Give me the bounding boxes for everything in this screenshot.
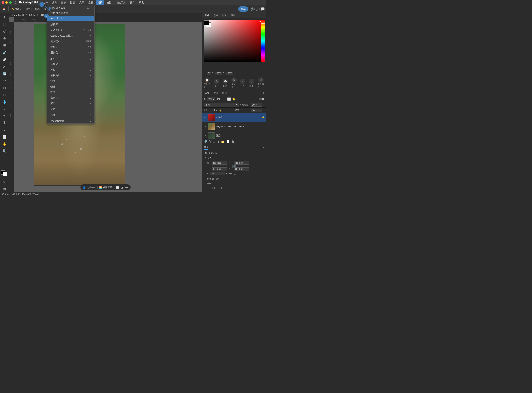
fill-input[interactable] — [251, 108, 263, 112]
dodge-tool[interactable]: ○ — [1, 105, 8, 112]
color-gradient[interactable] — [204, 20, 262, 62]
hand-tool[interactable]: ✋ — [1, 141, 8, 147]
move-tool[interactable]: ✛ — [1, 14, 8, 20]
add-mask-icon[interactable]: ⬭ — [213, 140, 215, 143]
align-center-v-icon[interactable]: ⊡ — [221, 186, 224, 190]
select-subject-button[interactable]: 👤 选择主体 — [83, 186, 96, 189]
menu-select[interactable]: 选择 — [87, 0, 95, 5]
new-layer-icon[interactable]: 📄 — [226, 140, 230, 143]
menu-image[interactable]: 图像 — [59, 0, 68, 5]
canvas-content[interactable]: 300 200 100 0 100 200 300 400 50 — [9, 17, 202, 192]
lens-correction-item[interactable]: 镜头校正... ⇧⌘R — [47, 39, 94, 44]
type-filter-button[interactable]: 类型 ▾ — [207, 97, 215, 101]
history-brush-tool[interactable]: ↩ — [1, 77, 8, 84]
menu-window[interactable]: 窗口 — [128, 0, 137, 5]
video-item[interactable]: 视频 › — [47, 89, 94, 95]
align-bottom-icon[interactable]: ⊞ — [225, 186, 227, 190]
patterns-tab[interactable]: 图案 — [229, 13, 238, 18]
pixel-filter-icon[interactable]: 🖼 — [217, 97, 220, 101]
transform-section-header[interactable]: ▾ 变换 — [204, 156, 264, 160]
properties-tab[interactable]: 属性 — [204, 146, 208, 150]
foreground-bg-colors[interactable] — [1, 170, 8, 177]
tool-presets-panel-icon[interactable]: ⚙ 工具预设 — [258, 77, 264, 89]
render-item[interactable]: 渲染 › — [47, 101, 94, 106]
angle-dropdown[interactable]: ▾ — [226, 172, 227, 175]
close-button[interactable] — [2, 1, 4, 4]
zoom-tool[interactable]: 🔍 — [1, 148, 8, 154]
selection-tool[interactable]: ⬚ — [1, 21, 8, 27]
hue-value[interactable]: 0° — [207, 72, 211, 75]
panel-menu-icon[interactable]: ≡ — [264, 14, 265, 17]
distort-item[interactable]: 扭曲 › — [47, 78, 94, 84]
neural-filters-dots-item[interactable]: Neural Filters... — [47, 16, 94, 21]
pen-tool[interactable]: ✒ — [1, 113, 8, 119]
canvas-tab[interactable]: CleanShot 2024-06-24 at 14.58.23@2x.png … — [9, 13, 202, 17]
saturation-value[interactable]: 100% — [215, 72, 222, 75]
convert-smart-filter-item[interactable]: 转换为智能滤镜 — [47, 10, 94, 16]
mask-icon[interactable]: ◑ — [121, 186, 123, 189]
opacity-input[interactable] — [251, 103, 263, 107]
layer-visibility-icon[interactable]: 👁 — [204, 116, 207, 119]
brush-tool[interactable]: 🖌 — [1, 63, 8, 70]
blur-tool[interactable]: 💧 — [1, 98, 8, 105]
history-panel-icon[interactable]: 📋 历史记录 — [204, 77, 211, 89]
x-input[interactable] — [234, 161, 249, 165]
layer-row[interactable]: 👁 Magnific AI CleanShot June 24 — [202, 122, 266, 131]
clone-source-panel-icon[interactable]: 🖨 仿制源 — [231, 77, 237, 89]
selection-button[interactable]: 选区... — [33, 7, 42, 11]
angle-input[interactable] — [210, 172, 225, 175]
adjustment-icon[interactable]: ◑ — [217, 140, 219, 143]
path-select-tool[interactable]: ▸ — [1, 127, 8, 133]
eyedropper-tool[interactable]: 💉 — [1, 49, 8, 56]
3d-item[interactable]: 3D › — [47, 56, 94, 61]
other-item[interactable]: 其它 › — [47, 112, 94, 118]
align-center-h-icon[interactable]: ⊞ — [210, 186, 213, 190]
channels-tab[interactable]: 通道 — [212, 91, 219, 95]
menu-help[interactable]: 帮助 — [137, 0, 146, 5]
search-button[interactable]: 🔍 — [251, 7, 255, 11]
minimize-button[interactable] — [5, 1, 8, 4]
plugins-panel-icon[interactable]: 🔌 插件 — [214, 79, 219, 87]
link-layers-icon[interactable]: 🔗 — [204, 140, 207, 143]
vanishing-point-item[interactable]: 消失点... ⌥⌘V — [47, 50, 94, 55]
align-left-icon[interactable]: ⊡ — [207, 186, 210, 190]
opacity-dropdown-icon[interactable]: ▾ — [263, 104, 264, 106]
maximize-button[interactable] — [9, 1, 12, 4]
w-input[interactable] — [212, 161, 227, 165]
h-input[interactable] — [212, 167, 227, 171]
menu-layer[interactable]: 图层 — [68, 0, 77, 5]
lock-pixels-icon[interactable]: ⬚ — [211, 109, 213, 112]
props-menu-icon[interactable]: ≡ — [263, 146, 264, 150]
filter-gallery-item[interactable]: 滤镜库... — [47, 22, 94, 27]
stylize-item[interactable]: 风格化 › — [47, 61, 94, 67]
remove-bg-button[interactable]: 🌅 移除背景 — [99, 186, 112, 189]
smart-filter-icon[interactable]: ⭐ — [232, 97, 235, 101]
clone-tool[interactable]: 🔃 — [1, 70, 8, 77]
noise-item[interactable]: 杂色 › — [47, 106, 94, 112]
menu-edit[interactable]: 编辑 — [50, 0, 59, 5]
screen-mode-tool[interactable]: ⊞ — [1, 185, 8, 192]
gradients-tab[interactable]: 渐变 — [220, 13, 229, 18]
layers-tab[interactable]: 图层 — [204, 91, 211, 95]
group-icon[interactable]: 📁 — [221, 140, 225, 143]
paragraph-panel-icon[interactable]: ¶ 段落 — [249, 79, 254, 87]
shape-filter-icon[interactable]: ⬜ — [227, 97, 231, 101]
eraser-tool[interactable]: ◻ — [1, 84, 8, 91]
layers-menu-icon[interactable]: ≡ — [263, 91, 264, 95]
share-button[interactable]: 共享 — [238, 6, 248, 12]
lock-position-icon[interactable]: ✛ — [214, 109, 215, 112]
delete-layer-icon[interactable]: 🗑 — [231, 140, 234, 143]
neural-filters-item[interactable]: Neural Filters ⌘ F — [47, 5, 94, 10]
expand-icon[interactable]: ⬜ — [116, 186, 119, 189]
layer-visibility-icon[interactable]: 👁 — [204, 125, 207, 128]
expand-icon[interactable]: › — [40, 193, 41, 196]
notes-panel-icon[interactable]: 💬 注释 — [223, 79, 228, 87]
pixelate-item[interactable]: 像素化 › — [47, 95, 94, 101]
arrange-button[interactable]: ⬜ — [261, 7, 265, 11]
adjustment-filter-icon[interactable]: T — [221, 97, 223, 101]
menu-filter[interactable]: 滤镜 — [96, 0, 104, 5]
blend-mode-select[interactable]: 正常 — [204, 103, 239, 107]
layer-filter-toggle[interactable] — [259, 98, 264, 100]
align-top-icon[interactable]: ⊟ — [217, 186, 220, 190]
layer-row[interactable]: 👁 图层 1 — [202, 131, 266, 139]
